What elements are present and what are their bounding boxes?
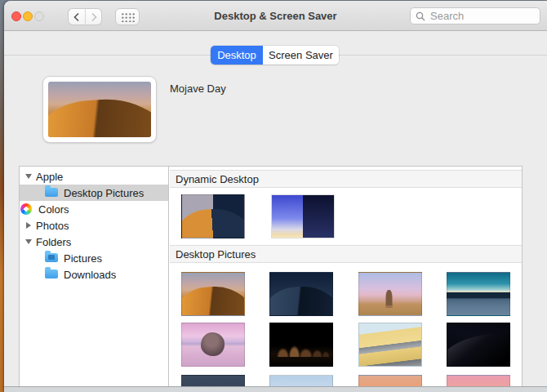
tab-desktop[interactable]: Desktop [211,46,263,65]
desktop-screensaver-window: Desktop & Screen Saver Desktop Screen Sa… [4,1,547,392]
search-field[interactable] [410,7,540,24]
sidebar-item-label: Pictures [64,252,102,265]
sidebar-group-label: Folders [36,236,71,248]
tab-segmented-control: Desktop Screen Saver [211,46,339,65]
thumbnail-sunset-clouds-orange[interactable] [358,375,422,386]
sidebar-group-folders[interactable]: Folders [20,234,168,250]
disclosure-triangle-right-icon[interactable] [26,222,31,229]
sidebar-group-photos[interactable]: Photos [20,217,168,234]
wallpaper-browser: Dynamic Desktop Desktop Pictures [170,167,522,386]
thumbnail-sunset-clouds-pink[interactable] [447,375,510,386]
sidebar-item-label: Desktop Pictures [64,187,144,199]
sidebar-item-label: Downloads [64,269,116,281]
section-header-dynamic-desktop: Dynamic Desktop [170,170,522,188]
thumbnail-mojave-day[interactable] [181,272,245,316]
source-list-sidebar: Apple Desktop Pictures Colors Photos Fol… [20,167,169,386]
window-bottom-edge [4,386,547,392]
sidebar-item-colors[interactable]: Colors [20,201,168,217]
sidebar-group-label: Apple [36,171,63,183]
color-wheel-icon [20,203,32,215]
thumbnail-twilight-trees[interactable] [181,375,245,386]
tab-screen-saver[interactable]: Screen Saver [263,46,339,65]
sidebar-item-downloads[interactable]: Downloads [20,266,168,283]
disclosure-triangle-down-icon[interactable] [25,174,32,179]
current-wallpaper-image [48,82,151,137]
thumbnail-desert-tower[interactable] [358,272,422,316]
thumbnail-solar-gradients[interactable] [271,194,335,238]
thumbnail-blue-mountain[interactable] [269,375,333,386]
section-header-desktop-pictures: Desktop Pictures [170,245,522,263]
current-wallpaper-well [42,76,157,143]
wallpaper-name-label: Mojave Day [170,82,226,95]
thumbnail-mojave-dynamic[interactable] [181,194,245,238]
search-input[interactable] [429,9,535,23]
search-icon [416,11,425,21]
folder-icon [45,188,58,197]
sidebar-item-desktop-pictures[interactable]: Desktop Pictures [20,185,168,201]
thumbnail-night-rocks[interactable] [269,323,333,367]
sidebar-group-label: Photos [36,220,69,232]
thumbnail-pink-lake[interactable] [181,323,245,367]
thumbnail-mojave-night[interactable] [269,272,333,316]
disclosure-triangle-down-icon[interactable] [25,239,32,244]
sidebar-item-pictures[interactable]: Pictures [20,250,168,266]
pictures-folder-icon [45,253,58,262]
source-and-pictures-panel: Apple Desktop Pictures Colors Photos Fol… [19,166,523,387]
thumbnail-teal-mountains[interactable] [447,272,510,316]
sidebar-item-label: Colors [38,203,69,216]
sidebar-group-apple[interactable]: Apple [20,168,168,185]
thumbnail-dark-dune[interactable] [447,323,510,367]
title-bar: Desktop & Screen Saver [4,1,547,31]
folder-icon [45,270,58,278]
thumbnail-yellow-dunes[interactable] [358,323,422,367]
